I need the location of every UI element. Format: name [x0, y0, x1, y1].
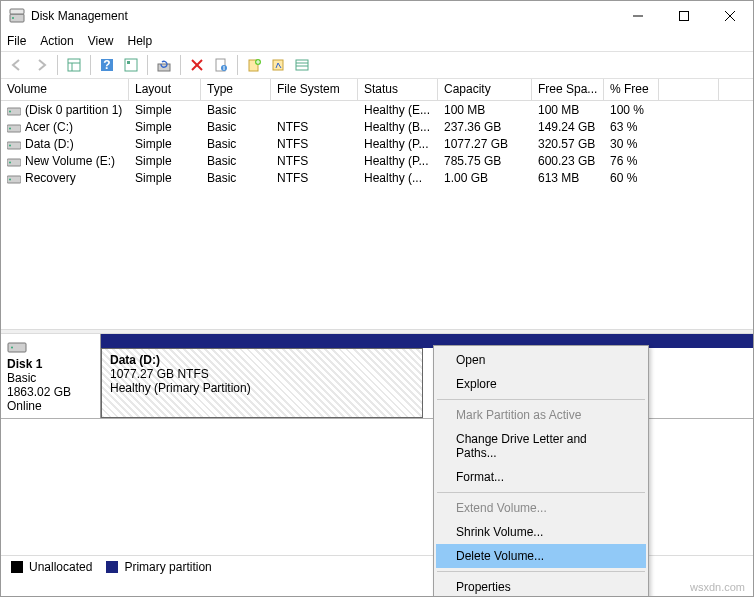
delete-button[interactable]: [187, 55, 207, 75]
col-layout[interactable]: Layout: [129, 79, 201, 100]
table-row[interactable]: RecoverySimpleBasicNTFSHealthy (...1.00 …: [1, 169, 753, 186]
titlebar: Disk Management: [1, 1, 753, 31]
legend-primary: Primary partition: [124, 560, 211, 574]
properties-button[interactable]: [211, 55, 231, 75]
help-button[interactable]: ?: [97, 55, 117, 75]
legend-unallocated: Unallocated: [29, 560, 92, 574]
ctx-delete[interactable]: Delete Volume...: [436, 544, 646, 568]
disk-map: Data (D:) 1077.27 GB NTFS Healthy (Prima…: [101, 334, 753, 418]
ctx-shrink[interactable]: Shrink Volume...: [436, 520, 646, 544]
ctx-explore[interactable]: Explore: [436, 372, 646, 396]
ctx-properties[interactable]: Properties: [436, 575, 646, 597]
minimize-button[interactable]: [615, 1, 661, 31]
disk-icon: [7, 340, 27, 354]
partition-state: Healthy (Primary Partition): [110, 381, 414, 395]
forward-button[interactable]: [31, 55, 51, 75]
volume-list-header: Volume Layout Type File System Status Ca…: [1, 79, 753, 101]
menu-help[interactable]: Help: [128, 34, 153, 48]
swatch-primary: [106, 561, 118, 573]
col-volume[interactable]: Volume: [1, 79, 129, 100]
col-extra[interactable]: [659, 79, 719, 100]
views-button[interactable]: [64, 55, 84, 75]
menu-action[interactable]: Action: [40, 34, 73, 48]
maximize-button[interactable]: [661, 1, 707, 31]
svg-point-33: [9, 144, 11, 146]
svg-rect-12: [125, 59, 137, 71]
menu-file[interactable]: File: [7, 34, 26, 48]
disk-info[interactable]: Disk 1 Basic 1863.02 GB Online: [1, 334, 101, 418]
disk-size: 1863.02 GB: [7, 385, 94, 399]
partition-header-bar: [101, 334, 753, 348]
svg-point-2: [12, 17, 14, 19]
disk-state: Online: [7, 399, 94, 413]
window-title: Disk Management: [31, 9, 615, 23]
refresh-button[interactable]: [154, 55, 174, 75]
back-button[interactable]: [7, 55, 27, 75]
disk-label: Disk 1: [7, 357, 94, 371]
menu-view[interactable]: View: [88, 34, 114, 48]
volume-list: Volume Layout Type File System Status Ca…: [1, 79, 753, 329]
svg-rect-1: [10, 9, 24, 14]
partition-data-d[interactable]: Data (D:) 1077.27 GB NTFS Healthy (Prima…: [101, 348, 423, 418]
close-button[interactable]: [707, 1, 753, 31]
col-capacity[interactable]: Capacity: [438, 79, 532, 100]
menubar: File Action View Help: [1, 31, 753, 51]
svg-rect-4: [680, 12, 689, 21]
rescan-button[interactable]: [268, 55, 288, 75]
table-row[interactable]: Data (D:)SimpleBasicNTFSHealthy (P...107…: [1, 135, 753, 152]
ctx-format[interactable]: Format...: [436, 465, 646, 489]
svg-point-37: [9, 178, 11, 180]
partition-name: Data (D:): [110, 353, 414, 367]
col-free[interactable]: Free Spa...: [532, 79, 604, 100]
svg-rect-7: [68, 59, 80, 71]
col-type[interactable]: Type: [201, 79, 271, 100]
ctx-mark-active: Mark Partition as Active: [436, 403, 646, 427]
col-filesystem[interactable]: File System: [271, 79, 358, 100]
svg-point-39: [11, 347, 13, 349]
new-button[interactable]: [244, 55, 264, 75]
svg-rect-25: [296, 60, 308, 70]
svg-rect-24: [273, 60, 283, 70]
svg-text:?: ?: [103, 58, 110, 72]
table-row[interactable]: New Volume (E:)SimpleBasicNTFSHealthy (P…: [1, 152, 753, 169]
svg-point-35: [9, 161, 11, 163]
col-status[interactable]: Status: [358, 79, 438, 100]
table-row[interactable]: Acer (C:)SimpleBasicNTFSHealthy (B...237…: [1, 118, 753, 135]
svg-point-29: [9, 110, 11, 112]
list-button[interactable]: [292, 55, 312, 75]
svg-rect-13: [127, 61, 130, 64]
table-row[interactable]: (Disk 0 partition 1)SimpleBasicHealthy (…: [1, 101, 753, 118]
swatch-unallocated: [11, 561, 23, 573]
col-pctfree[interactable]: % Free: [604, 79, 659, 100]
svg-rect-38: [8, 343, 26, 352]
disk-type: Basic: [7, 371, 94, 385]
watermark: wsxdn.com: [690, 581, 745, 593]
app-icon: [9, 8, 25, 24]
settings-button[interactable]: [121, 55, 141, 75]
toolbar: ?: [1, 51, 753, 79]
ctx-open[interactable]: Open: [436, 348, 646, 372]
svg-point-31: [9, 127, 11, 129]
ctx-change-letter[interactable]: Change Drive Letter and Paths...: [436, 427, 646, 465]
partition-size: 1077.27 GB NTFS: [110, 367, 414, 381]
ctx-extend: Extend Volume...: [436, 496, 646, 520]
context-menu: Open Explore Mark Partition as Active Ch…: [433, 345, 649, 597]
